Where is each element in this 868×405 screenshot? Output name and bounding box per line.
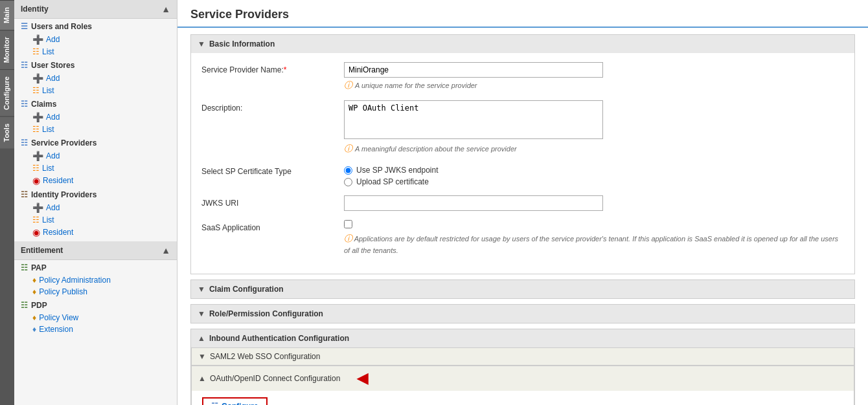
add-icon: ➕ xyxy=(32,73,43,83)
policy-icon: ♦ xyxy=(32,276,36,285)
users-roles-group: ☰ Users and Roles xyxy=(14,19,177,33)
claims-group: ☷ Claims xyxy=(14,96,177,111)
resident-icon: ◉ xyxy=(32,175,40,186)
list-icon: ☷ xyxy=(32,86,40,95)
claim-config-section: ▼ Claim Configuration xyxy=(190,279,855,299)
inbound-auth-section: ▲ Inbound Authentication Configuration ▼… xyxy=(190,329,855,405)
tab-tools[interactable]: Tools xyxy=(0,116,14,149)
jwks-uri-input[interactable] xyxy=(344,195,603,211)
jwks-uri-label: JWKS URI xyxy=(201,195,344,208)
user-stores-list[interactable]: ☷ List xyxy=(14,85,177,96)
role-config-header[interactable]: ▼ Role/Permission Configuration xyxy=(191,305,854,323)
hint-icon: ⓘ xyxy=(344,143,352,155)
idp-add[interactable]: ➕ Add xyxy=(14,201,177,214)
policy-publish[interactable]: ♦ Policy Publish xyxy=(14,286,177,298)
basic-info-chevron: ▼ xyxy=(198,39,205,49)
cert-type-control: Use SP JWKS endpoint Upload SP certifica… xyxy=(344,164,844,186)
description-textarea[interactable]: WP OAuth Client xyxy=(344,100,603,139)
oauth-chevron: ▲ xyxy=(198,374,206,383)
upload-radio[interactable] xyxy=(344,178,352,186)
saas-control: ⓘ Applications are by default restricted… xyxy=(344,220,844,256)
basic-info-section: ▼ Basic Information Service Provider Nam… xyxy=(190,34,855,274)
list-icon: ☷ xyxy=(32,164,40,173)
saas-label: SaaS Application xyxy=(201,220,344,232)
content-area: ▼ Basic Information Service Provider Nam… xyxy=(177,34,868,405)
idp-list[interactable]: ☷ List xyxy=(14,214,177,226)
user-stores-add[interactable]: ➕ Add xyxy=(14,72,177,85)
name-control: ⓘ A unique name for the service provider xyxy=(344,62,844,91)
page-title: Service Providers xyxy=(177,0,868,28)
oauth-config-title: OAuth/OpenID Connect Configuration xyxy=(210,374,340,383)
saml-chevron: ▼ xyxy=(198,352,206,361)
side-nav: Main Monitor Configure Tools xyxy=(0,0,14,405)
sidebar: Identity ▲ ☰ Users and Roles ➕ Add ☷ Lis… xyxy=(14,0,177,405)
sp-list[interactable]: ☷ List xyxy=(14,162,177,174)
inbound-auth-title: Inbound Authentication Configuration xyxy=(209,334,349,343)
claim-config-header[interactable]: ▼ Claim Configuration xyxy=(191,280,854,298)
saml-config-section: ▼ SAML2 Web SSO Configuration xyxy=(191,347,854,366)
jwks-radio[interactable] xyxy=(344,166,352,175)
claims-add[interactable]: ➕ Add xyxy=(14,111,177,124)
service-providers-group: ☷ Service Providers xyxy=(14,135,177,149)
resident-icon: ◉ xyxy=(32,227,40,237)
saas-checkbox[interactable] xyxy=(344,220,352,228)
publish-icon: ♦ xyxy=(32,287,36,296)
hint-icon: ⓘ xyxy=(344,80,352,91)
entitlement-collapse-btn[interactable]: ▲ xyxy=(161,245,170,256)
extension[interactable]: ♦ Extension xyxy=(14,323,177,335)
users-roles-label: Users and Roles xyxy=(31,22,92,31)
entitlement-section-header[interactable]: Entitlement ▲ xyxy=(14,241,177,260)
oauth-config-content: ☷ Configure xyxy=(192,391,854,405)
ext-icon: ♦ xyxy=(32,325,36,334)
name-row: Service Provider Name:* ⓘ A unique name … xyxy=(201,62,844,91)
claims-icon: ☷ xyxy=(21,100,28,109)
inbound-auth-header[interactable]: ▲ Inbound Authentication Configuration xyxy=(191,329,854,347)
saas-row: SaaS Application ⓘ Applications are by d… xyxy=(201,220,844,256)
saas-note: ⓘ Applications are by default restricted… xyxy=(344,232,844,256)
users-roles-add[interactable]: ➕ Add xyxy=(14,33,177,46)
claim-config-title: Claim Configuration xyxy=(209,285,284,294)
cert-type-radio-group: Use SP JWKS endpoint Upload SP certifica… xyxy=(344,164,844,186)
entitlement-title: Entitlement xyxy=(21,246,63,255)
main-content: Service Providers ▼ Basic Information Se… xyxy=(177,0,868,405)
add-icon: ➕ xyxy=(32,151,43,161)
saml-config-header[interactable]: ▼ SAML2 Web SSO Configuration xyxy=(192,348,854,365)
hint-icon: ⓘ xyxy=(344,234,352,243)
oauth-config-section: ▲ OAuth/OpenID Connect Configuration ◀ ☷… xyxy=(191,366,854,405)
claims-list[interactable]: ☷ List xyxy=(14,124,177,135)
name-hint: ⓘ A unique name for the service provider xyxy=(344,80,844,91)
description-label: Description: xyxy=(201,100,344,113)
tab-main[interactable]: Main xyxy=(0,0,14,30)
tab-monitor[interactable]: Monitor xyxy=(0,30,14,69)
identity-collapse-btn[interactable]: ▲ xyxy=(161,4,170,14)
view-icon: ♦ xyxy=(32,313,36,322)
add-icon: ➕ xyxy=(32,34,43,45)
jwks-option: Use SP JWKS endpoint xyxy=(344,166,844,175)
basic-info-content: Service Provider Name:* ⓘ A unique name … xyxy=(191,53,854,274)
pdp-icon: ☷ xyxy=(21,301,28,310)
list-icon: ☷ xyxy=(32,47,40,56)
name-label: Service Provider Name:* xyxy=(201,62,344,74)
user-stores-label: User Stores xyxy=(31,61,74,70)
sp-resident[interactable]: ◉ Resident xyxy=(14,174,177,187)
basic-info-header[interactable]: ▼ Basic Information xyxy=(191,35,854,53)
add-icon: ➕ xyxy=(32,112,43,122)
user-stores-group: ☷ User Stores xyxy=(14,58,177,72)
users-roles-list[interactable]: ☷ List xyxy=(14,46,177,58)
tab-configure[interactable]: Configure xyxy=(0,69,14,116)
identity-section-header[interactable]: Identity ▲ xyxy=(14,0,177,19)
service-providers-label: Service Providers xyxy=(31,138,97,148)
pap-group: ☷ PAP xyxy=(14,260,177,274)
claim-config-chevron: ▼ xyxy=(198,285,205,294)
list-icon: ☷ xyxy=(32,125,40,134)
policy-admin[interactable]: ♦ Policy Administration xyxy=(14,274,177,286)
sp-add[interactable]: ➕ Add xyxy=(14,149,177,162)
idp-resident[interactable]: ◉ Resident xyxy=(14,226,177,239)
name-input[interactable] xyxy=(344,62,603,78)
description-control: WP OAuth Client ⓘ A meaningful descripti… xyxy=(344,100,844,155)
oauth-config-header[interactable]: ▲ OAuth/OpenID Connect Configuration ◀ xyxy=(192,366,854,391)
upload-option: Upload SP certificate xyxy=(344,177,844,186)
policy-view[interactable]: ♦ Policy View xyxy=(14,312,177,323)
configure-button[interactable]: ☷ Configure xyxy=(202,397,268,405)
basic-info-title: Basic Information xyxy=(209,39,275,49)
